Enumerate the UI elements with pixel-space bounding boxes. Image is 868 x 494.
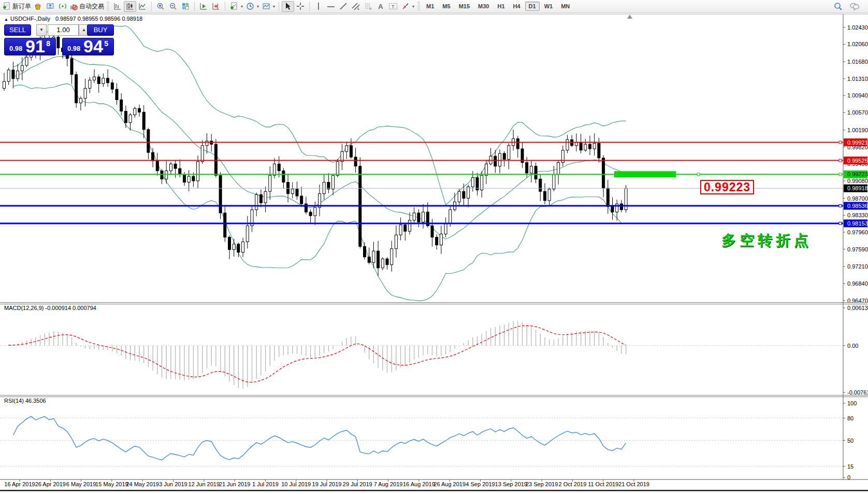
- periods-button[interactable]: [244, 1, 256, 12]
- date-tick[interactable]: 15 May 2019: [95, 481, 128, 487]
- date-tick[interactable]: 26 Apr 2019: [35, 481, 66, 487]
- channel-button[interactable]: E: [350, 1, 362, 12]
- line-anchor[interactable]: [839, 141, 842, 144]
- date-tick[interactable]: 19 Jul 2019: [312, 481, 342, 487]
- chart-canvas[interactable]: 1.024301.020601.016801.013101.009401.005…: [0, 13, 868, 491]
- collapse-icon[interactable]: ▲: [4, 17, 8, 22]
- green-highlight-band[interactable]: [614, 171, 676, 177]
- date-tick[interactable]: 4 Sep 2019: [466, 481, 495, 487]
- label-tool-icon: T: [388, 2, 398, 10]
- zoom-in-button[interactable]: [154, 1, 167, 12]
- volume-input[interactable]: 1.00: [48, 24, 79, 36]
- line-anchor[interactable]: [839, 159, 842, 162]
- rsi-tick: 0: [847, 474, 850, 481]
- indicators-button[interactable]: [228, 1, 240, 12]
- toolbar-grip[interactable]: [107, 2, 109, 11]
- candle: [264, 191, 267, 203]
- arrows-tool-button[interactable]: [399, 1, 412, 12]
- volume-decrease-button[interactable]: ▼: [36, 24, 47, 36]
- text-tool-button[interactable]: A: [374, 1, 387, 12]
- new-order-icon: [3, 2, 11, 10]
- indicators-dropdown[interactable]: ▾: [241, 4, 243, 9]
- new-order-button[interactable]: 新订单: [2, 1, 32, 12]
- price-level-annotation[interactable]: 0.99223: [700, 180, 754, 194]
- bar-chart-button[interactable]: [111, 1, 124, 12]
- auto-scroll-button[interactable]: [197, 1, 210, 12]
- date-tick[interactable]: 6 May 2019: [66, 481, 96, 487]
- date-tick[interactable]: 21 Jun 2019: [219, 481, 251, 487]
- date-tick[interactable]: 23 Sep 2019: [526, 481, 558, 487]
- timeframe-m5[interactable]: M5: [439, 2, 454, 11]
- line-anchor[interactable]: [839, 205, 842, 207]
- date-tick[interactable]: 1 Jul 2019: [252, 481, 279, 487]
- timeframe-m1[interactable]: M1: [423, 2, 438, 11]
- candle: [436, 237, 438, 245]
- vertical-line-button[interactable]: [312, 1, 325, 12]
- svg-text:E: E: [357, 7, 359, 10]
- line-anchor[interactable]: [839, 173, 842, 176]
- date-tick[interactable]: 13 Sep 2019: [495, 481, 527, 487]
- templates-button[interactable]: [260, 1, 272, 12]
- sell-price-box[interactable]: 0.98 91 8: [4, 38, 56, 55]
- date-tick[interactable]: 10 Jul 2019: [281, 481, 311, 487]
- line-chart-button[interactable]: [136, 1, 149, 12]
- date-tick[interactable]: 29 Jul 2019: [343, 481, 372, 487]
- date-tick[interactable]: 2 Oct 2019: [558, 481, 586, 487]
- rsi-tick: 15: [847, 463, 853, 470]
- date-tick[interactable]: 11 Oct 2019: [588, 481, 618, 487]
- candle: [179, 168, 181, 174]
- candle: [462, 191, 465, 198]
- candle: [17, 71, 19, 79]
- chat-button[interactable]: [848, 1, 861, 12]
- timeframe-m15[interactable]: M15: [455, 2, 473, 11]
- sell-button[interactable]: SELL: [4, 24, 31, 36]
- zoom-out-button[interactable]: [167, 1, 179, 12]
- candle: [287, 182, 290, 194]
- candle: [539, 179, 542, 191]
- sell-price-big: 91: [25, 36, 45, 57]
- date-tick[interactable]: 21 Oct 2019: [618, 481, 649, 487]
- date-tick[interactable]: 24 May 2019: [126, 481, 159, 487]
- timeframe-grip[interactable]: [418, 2, 419, 11]
- date-tick[interactable]: 16 Apr 2019: [4, 481, 35, 487]
- candlestick-chart-button[interactable]: [124, 1, 136, 12]
- candle: [300, 196, 303, 204]
- timeframe-w1[interactable]: W1: [541, 2, 557, 11]
- line-anchor[interactable]: [697, 173, 700, 176]
- timeframe-m30[interactable]: M30: [474, 2, 493, 11]
- turning-point-annotation[interactable]: 多空转折点: [721, 231, 812, 250]
- date-tick[interactable]: 12 Jun 2019: [189, 481, 220, 487]
- date-tick[interactable]: 16 Aug 2019: [403, 481, 435, 487]
- search-button[interactable]: [832, 1, 844, 12]
- horizontal-line-button[interactable]: [325, 1, 337, 12]
- templates-dropdown[interactable]: ▾: [273, 4, 275, 9]
- timeframe-d1[interactable]: D1: [525, 2, 540, 11]
- price-tick: 0.96840: [847, 280, 868, 287]
- candle: [386, 259, 388, 264]
- signal-button[interactable]: [56, 1, 69, 12]
- line-anchor[interactable]: [839, 222, 842, 224]
- fibonacci-button[interactable]: F: [362, 1, 374, 12]
- buy-button[interactable]: BUY: [87, 24, 114, 36]
- tile-windows-button[interactable]: [179, 1, 192, 12]
- date-tick[interactable]: 26 Aug 2019: [433, 481, 466, 487]
- crosshair-button[interactable]: [294, 1, 307, 12]
- arrows-dropdown[interactable]: ▾: [412, 4, 414, 9]
- timeframe-h1[interactable]: H1: [494, 2, 508, 11]
- timeframe-h4[interactable]: H4: [510, 2, 524, 11]
- periods-dropdown[interactable]: ▾: [257, 4, 259, 9]
- svg-text:0.98918: 0.98918: [847, 185, 868, 191]
- buy-price-box[interactable]: 0.98 94 5: [62, 38, 114, 55]
- candle: [255, 194, 258, 209]
- candle: [516, 139, 519, 149]
- date-tick[interactable]: 7 Aug 2019: [374, 481, 403, 487]
- chart-shift-button[interactable]: [210, 1, 222, 12]
- auto-trading-button[interactable]: 自动交易: [69, 1, 105, 12]
- timeframe-mn[interactable]: MN: [557, 2, 573, 11]
- styles-button[interactable]: [32, 1, 44, 12]
- label-tool-button[interactable]: T: [387, 1, 399, 12]
- profile-button[interactable]: [44, 1, 56, 12]
- cursor-button[interactable]: [282, 1, 294, 12]
- trendline-button[interactable]: [337, 1, 350, 12]
- date-tick[interactable]: 3 Jun 2019: [159, 481, 187, 487]
